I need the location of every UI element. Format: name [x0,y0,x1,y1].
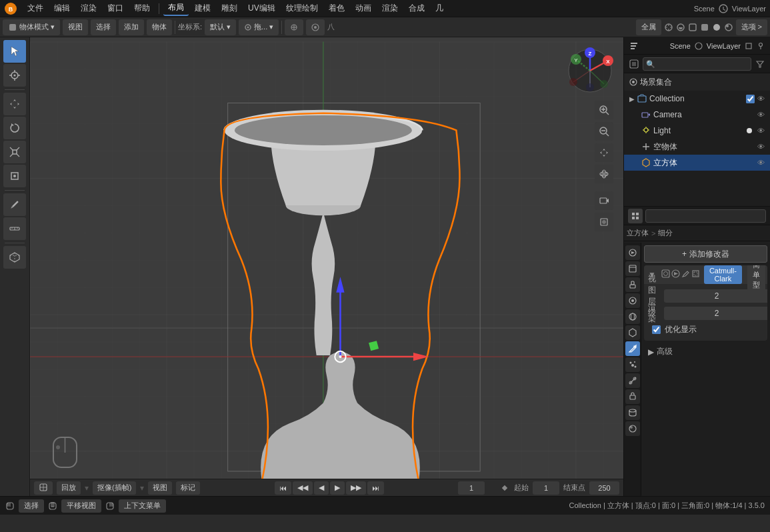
empty-eye-icon[interactable]: 👁 [757,143,765,151]
all-button[interactable]: 全属 [636,19,661,35]
camera-view-button[interactable] [595,191,613,210]
scene-tab[interactable] [625,293,640,308]
add-menu[interactable]: 添加 [119,19,144,35]
shading-material-icon [712,23,721,32]
menu-sculpting[interactable]: 雕刻 [217,1,242,15]
view-menu[interactable]: 视图 [63,19,88,35]
menu-render2[interactable]: 渲染 [377,1,403,15]
menu-texture[interactable]: 纹理绘制 [281,1,323,15]
properties-nav-btn[interactable] [628,209,643,223]
scale-tool[interactable] [3,141,26,163]
menu-shading[interactable]: 着色 [324,1,349,15]
collection-checkbox[interactable] [746,95,755,103]
current-frame-input[interactable]: 1 [458,481,485,495]
select-tool[interactable] [3,40,26,63]
next-keyframe-button[interactable]: ▶▶ [346,481,366,495]
menu-render[interactable]: 渲染 [76,1,101,15]
cube-eye-icon[interactable]: 👁 [757,159,765,167]
particles-tab[interactable] [625,357,640,372]
outliner-item-collection[interactable]: ▶ Collection 👁 [624,91,770,107]
mod-edit-icon[interactable] [681,269,690,280]
menu-uv[interactable]: UV编辑 [243,1,280,15]
frame-all-button[interactable] [595,213,613,231]
pan-status-button[interactable]: 平移视图 [61,499,101,513]
annotate-tool[interactable] [3,193,26,216]
outliner-search[interactable] [643,57,751,71]
start-frame-input[interactable]: 1 [533,481,559,495]
mod-render-icon[interactable] [671,269,680,280]
zoom-in-button[interactable] [595,101,613,119]
modifier-tab active[interactable] [625,341,640,356]
constraints-tab[interactable] [625,389,640,404]
optimize-checkbox[interactable] [652,325,661,334]
prev-keyframe-button[interactable]: ◀ [314,481,329,495]
view-layer-tab[interactable] [625,277,640,292]
jump-end-button[interactable]: ⏭ [367,481,384,495]
output-tab[interactable] [625,261,640,276]
transform-tool[interactable] [3,165,26,187]
select-menu[interactable]: 选择 [91,19,116,35]
menu-compositing[interactable]: 合成 [404,1,429,15]
viewport[interactable]: 用户透视图 (1) Collection | 立方体 [30,37,623,496]
camera-eye-icon[interactable]: 👁 [757,111,765,119]
snap-toggle[interactable] [285,19,303,35]
physics-tab[interactable] [625,373,640,388]
mod-cage-icon[interactable] [691,269,700,280]
collection-eye-icon[interactable]: 👁 [757,95,765,103]
light-eye-icon[interactable]: 👁 [757,127,765,135]
orbit-button[interactable] [595,165,613,183]
object-menu[interactable]: 物体 [147,19,172,35]
menu-modeling[interactable]: 建模 [190,1,215,15]
viewport-level-input[interactable]: 2 [664,289,767,303]
rotate-tool[interactable] [3,117,26,139]
outliner-item-cube[interactable]: 立方体 👁 [624,155,770,171]
modifier-simple-button[interactable]: 简单型 [747,265,765,291]
view-button[interactable]: 视图 [148,481,172,495]
object-tab[interactable] [625,325,640,340]
properties-search[interactable] [645,209,766,223]
playback-button[interactable]: 回放 [57,481,81,495]
menu-geometry[interactable]: 几 [431,1,448,15]
cube-icon [9,251,21,263]
prev-frame-button[interactable]: ◀◀ [293,481,313,495]
end-frame-input[interactable]: 250 [589,481,619,495]
nav-gizmo[interactable]: Z X Y [567,47,613,94]
menu-edit[interactable]: 编辑 [49,1,75,15]
menu-animation[interactable]: 动画 [351,1,376,15]
data-tab[interactable] [625,405,640,420]
add-cube-tool[interactable] [3,246,26,269]
outliner-item-light[interactable]: Light 👁 [624,123,770,139]
material-tab[interactable] [625,421,640,436]
menu-window[interactable]: 窗口 [103,1,128,15]
view-type-button[interactable] [34,481,53,495]
coord-system[interactable]: 默认 ▾ [205,19,236,35]
play-button[interactable]: ▶ [330,481,345,495]
render-tab[interactable] [625,245,640,260]
zoom-out-button[interactable] [595,122,613,141]
menu-help[interactable]: 帮助 [129,1,155,15]
add-modifier-button[interactable]: + 添加修改器 [644,245,767,263]
scene-collection-header[interactable]: 场景集合 [624,73,770,91]
modifier-name-button[interactable]: Catmull-Clark [704,265,742,284]
cursor-tool[interactable] [3,64,26,87]
proportional-edit[interactable] [306,19,325,35]
advanced-section[interactable]: ▶ 高级 [644,343,767,360]
keying-button[interactable]: 抠像(插帧) [93,481,136,495]
menu-layout[interactable]: 布局 [163,1,189,16]
pan-button[interactable] [595,143,613,162]
outliner-item-camera[interactable]: Camera 👁 [624,107,770,123]
marker-button[interactable]: 标记 [176,481,200,495]
context-status-button[interactable]: 上下文菜单 [119,499,166,513]
render-level-input[interactable]: 2 [664,307,767,320]
measure-tool[interactable] [3,217,26,240]
jump-start-button[interactable]: ⏮ [275,481,291,495]
world-tab[interactable] [625,309,640,324]
options-button[interactable]: 选项 > [736,19,767,35]
menu-file[interactable]: 文件 [23,1,48,15]
mod-realtime-icon[interactable] [661,269,670,280]
select-status-button[interactable]: 选择 [19,499,44,513]
mode-selector[interactable]: 物体模式 ▾ [3,19,60,35]
pivot-center[interactable]: 拖... ▾ [239,19,279,35]
outliner-item-empty[interactable]: 空物体 👁 [624,139,770,155]
move-tool[interactable] [3,93,26,115]
